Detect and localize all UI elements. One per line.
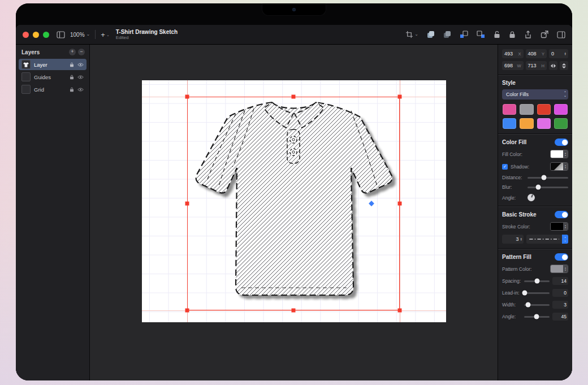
color-swatch[interactable]: [520, 118, 533, 129]
spacing-row: Spacing: 14: [502, 277, 568, 285]
unlock-icon[interactable]: [494, 31, 500, 38]
chevron-down-icon: ⌄: [106, 33, 110, 37]
lock-icon[interactable]: [70, 62, 74, 67]
pattern-angle-value-field[interactable]: 45: [552, 313, 568, 321]
fullscreen-button[interactable]: [43, 32, 49, 38]
lock-icon[interactable]: [70, 87, 74, 92]
selection-handle-top-right[interactable]: [398, 95, 402, 99]
inspector-toggle-icon[interactable]: [557, 31, 565, 38]
visibility-eye-icon[interactable]: [77, 88, 84, 92]
selection-handle-mid-left[interactable]: [185, 202, 189, 206]
color-swatch[interactable]: [520, 104, 533, 115]
height-field[interactable]: 713 H: [526, 61, 547, 70]
zoom-control[interactable]: 100% ⌄: [70, 32, 90, 38]
layer-thumbnail: [21, 85, 31, 94]
copy-style-icon[interactable]: [443, 31, 451, 38]
stroke-color-well[interactable]: ▴▾: [550, 222, 568, 231]
bring-forward-icon[interactable]: [460, 31, 468, 38]
lock-icon[interactable]: [70, 75, 74, 80]
traffic-lights: [23, 32, 49, 38]
angle-knob[interactable]: [528, 194, 535, 201]
stroke-width-field[interactable]: 3 ▴▾: [502, 235, 524, 244]
selection-handle-bottom-left[interactable]: [185, 309, 189, 313]
pattern-fill-toggle[interactable]: [555, 253, 568, 261]
color-swatch-grid: [503, 104, 568, 129]
style-header: Style: [502, 80, 568, 86]
app-window: 100% ⌄ + ⌄ T-Shirt Drawing Sketch Edited…: [16, 25, 572, 380]
selection-handle-top-mid[interactable]: [292, 95, 296, 99]
spacing-label: Spacing:: [502, 278, 521, 284]
layer-row-grid[interactable]: Grid: [19, 84, 87, 95]
lead-in-slider[interactable]: [524, 292, 550, 294]
section-divider: [498, 133, 572, 134]
stepper-icon[interactable]: ▴▾: [520, 237, 522, 241]
color-swatch[interactable]: [537, 118, 551, 129]
spacing-slider[interactable]: [524, 280, 550, 282]
pattern-angle-label: Angle:: [502, 314, 521, 319]
add-layer-button[interactable]: +: [69, 49, 76, 55]
color-swatch[interactable]: [537, 104, 551, 115]
spacing-value-field[interactable]: 14: [552, 277, 568, 285]
export-icon[interactable]: [524, 31, 532, 39]
selection-handle-bottom-right[interactable]: [398, 309, 402, 313]
fill-type-dropdown[interactable]: Color Fills ⌃⌄: [502, 89, 568, 100]
visibility-eye-icon[interactable]: [77, 75, 84, 79]
pattern-angle-slider[interactable]: [524, 316, 550, 318]
layer-name: Guides: [34, 74, 66, 80]
stroke-width-row: 3 ▴▾ ⌃⌄: [502, 235, 568, 244]
selection-handle-bottom-mid[interactable]: [292, 309, 296, 313]
width-field[interactable]: 698 W: [502, 61, 524, 70]
send-backward-icon[interactable]: [477, 31, 485, 38]
duplicate-icon[interactable]: [427, 31, 435, 38]
pattern-width-label: Width:: [502, 302, 521, 308]
angle-label: Angle:: [502, 195, 525, 201]
visibility-eye-icon[interactable]: [77, 63, 84, 67]
flip-vertical-button[interactable]: [560, 61, 568, 70]
document-status: Edited: [116, 35, 178, 40]
artboard-tool-icon[interactable]: ⌄: [405, 31, 418, 38]
color-swatch[interactable]: [503, 118, 516, 129]
width-value: 698: [504, 63, 513, 68]
layer-row-layer[interactable]: Layer: [19, 59, 87, 70]
share-icon[interactable]: [541, 31, 548, 38]
selection-handle-top-left[interactable]: [185, 95, 189, 99]
selection-handle-mid-right[interactable]: [398, 202, 402, 206]
pattern-color-well[interactable]: ▴▾: [550, 265, 568, 273]
height-value: 713: [528, 63, 537, 68]
x-position-field[interactable]: 493 X: [502, 49, 524, 58]
color-swatch[interactable]: [554, 118, 568, 129]
close-button[interactable]: [23, 32, 29, 38]
fill-color-well[interactable]: ▴▾: [550, 150, 568, 158]
blur-slider[interactable]: [528, 187, 568, 188]
color-swatch[interactable]: [554, 104, 568, 115]
shadow-checkbox[interactable]: ✓: [502, 164, 508, 170]
x-suffix: X: [518, 51, 521, 57]
remove-layer-button[interactable]: −: [78, 49, 85, 55]
shadow-label: Shadow:: [511, 164, 529, 170]
rotation-field[interactable]: 0 ▴▾: [549, 49, 568, 58]
x-value: 493: [504, 51, 513, 57]
shadow-color-well[interactable]: ▴▾: [550, 162, 568, 171]
y-position-field[interactable]: 408 Y: [526, 49, 547, 58]
add-object-button[interactable]: + ⌄: [101, 31, 109, 39]
pattern-width-value-field[interactable]: 3: [552, 301, 568, 309]
color-fill-header: Color Fill: [502, 139, 568, 146]
color-fill-toggle[interactable]: [555, 139, 568, 146]
artboard[interactable]: [142, 80, 446, 322]
pattern-width-slider[interactable]: [524, 304, 550, 306]
color-swatch[interactable]: [503, 104, 516, 115]
sidebar-toggle-icon[interactable]: [57, 31, 65, 38]
lock-icon[interactable]: [509, 31, 516, 38]
flip-horizontal-button[interactable]: [549, 61, 557, 70]
distance-slider[interactable]: [528, 177, 568, 179]
pattern-angle-row: Angle: 45: [502, 313, 568, 321]
layer-row-guides[interactable]: Guides: [19, 71, 87, 83]
rotation-value: 0: [551, 51, 554, 57]
minimize-button[interactable]: [33, 32, 39, 38]
lead-in-value-field[interactable]: 0: [552, 289, 568, 297]
stroke-style-dropdown[interactable]: ⌃⌄: [526, 235, 568, 244]
canvas[interactable]: [90, 45, 498, 380]
basic-stroke-toggle[interactable]: [555, 211, 568, 218]
stepper-icon[interactable]: ▴▾: [564, 52, 566, 55]
plus-icon: +: [101, 31, 105, 39]
